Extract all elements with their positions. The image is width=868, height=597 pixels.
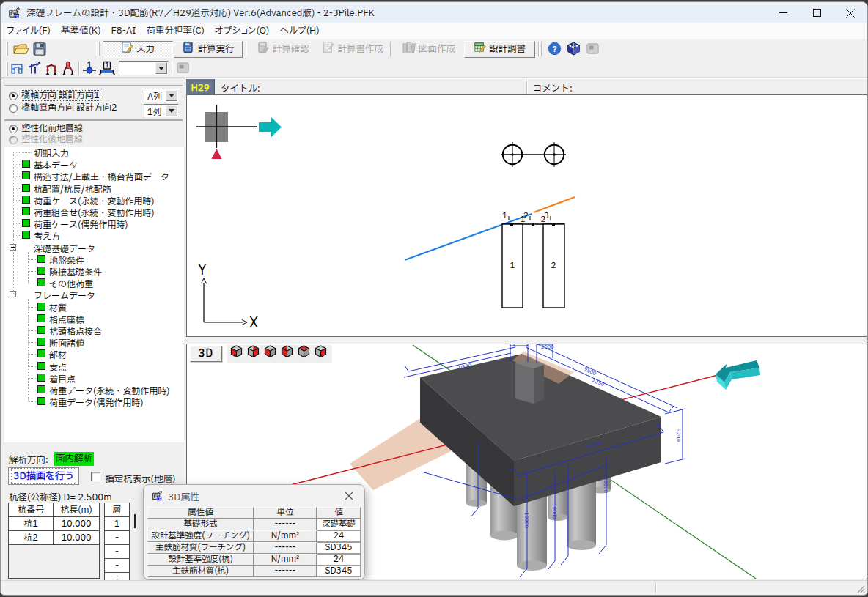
layer-table-row[interactable]: - xyxy=(105,545,130,559)
attr-header-value: 値 xyxy=(317,507,361,519)
dialog-title: 3D属性 xyxy=(168,490,199,505)
toolbar-separator xyxy=(541,42,542,56)
tree-status-icon xyxy=(22,219,30,227)
button-label: 設計調書 xyxy=(489,42,526,56)
dim-footing-thickness: 3200 xyxy=(674,429,682,442)
tree-status-icon xyxy=(37,385,45,393)
window-title: 深礎フレームの設計・3D配筋(R7／H29道示対応) Ver.6(Advance… xyxy=(26,7,375,21)
tree-status-icon xyxy=(22,196,30,204)
combo-arrow-icon[interactable] xyxy=(166,105,177,116)
menu-item[interactable]: F8-AI xyxy=(107,23,141,40)
pier-symbol xyxy=(196,105,282,159)
tree-status-icon xyxy=(37,314,45,322)
toolbar-separator xyxy=(172,62,173,75)
col-select-value: 1列 xyxy=(147,105,162,119)
toolbar-grip[interactable] xyxy=(4,42,7,56)
layer-table-row[interactable]: - xyxy=(105,531,130,545)
statusbar-separator xyxy=(655,583,657,593)
resize-grip[interactable] xyxy=(856,585,865,593)
load-arrow-2d xyxy=(259,117,282,137)
column-3d xyxy=(515,360,544,404)
radio-soil-before[interactable] xyxy=(9,125,18,133)
help-icon[interactable]: ? xyxy=(548,42,564,56)
calculator-icon xyxy=(182,41,194,58)
pile-table-row[interactable]: 杭210.000 xyxy=(9,531,100,545)
combo-arrow-icon[interactable] xyxy=(166,90,177,101)
pier-frame-icon-2[interactable] xyxy=(27,61,43,75)
member-number-2: 2 xyxy=(541,213,546,226)
tree-status-icon xyxy=(37,374,45,382)
view-select-combo[interactable] xyxy=(119,61,169,75)
pile-display-checkbox[interactable] xyxy=(91,472,100,481)
pane-divider[interactable] xyxy=(186,338,867,344)
view3d-mode-button[interactable]: 3D xyxy=(190,346,222,362)
close-button[interactable] xyxy=(834,2,867,23)
row-select-combo[interactable]: A列 xyxy=(144,89,179,103)
radio-direction-1[interactable] xyxy=(9,92,18,100)
cube-view-right-icon[interactable] xyxy=(247,345,260,363)
layer-table-row[interactable]: 1 xyxy=(105,517,130,531)
axis-indicator-2d: Y X xyxy=(198,260,258,333)
app-icon: F8 xyxy=(7,6,21,20)
button-label: 入力 xyxy=(136,42,155,56)
combo-arrow-icon[interactable] xyxy=(155,62,167,74)
pile-table-row[interactable]: 杭110.000 xyxy=(9,517,100,531)
calc-run-button[interactable]: 計算実行 xyxy=(174,41,243,58)
menu-item[interactable]: ファイル(F) xyxy=(2,23,55,40)
cube-view-bottom-icon[interactable] xyxy=(315,345,327,363)
menu-item[interactable]: ヘルプ(H) xyxy=(275,23,323,40)
col-select-combo[interactable]: 1列 xyxy=(144,104,179,118)
open-file-icon[interactable] xyxy=(12,42,29,56)
tree-status-icon xyxy=(22,207,30,215)
maximize-button[interactable] xyxy=(800,2,834,23)
toolbar-grip[interactable] xyxy=(96,42,100,56)
toolbar-separator xyxy=(246,42,247,56)
toolbar-separator xyxy=(390,42,391,56)
member-icon[interactable]: 1 xyxy=(98,61,116,75)
button-label: 計算確認 xyxy=(272,42,309,56)
pile-table: 杭番号 杭長(m) 杭110.000 杭210.000 xyxy=(8,503,100,545)
toolbar-grip[interactable] xyxy=(4,62,7,76)
view3d-cube-toolbar xyxy=(227,345,332,363)
cube-view-back-icon[interactable] xyxy=(281,345,293,363)
svg-text:F8: F8 xyxy=(14,13,19,19)
cube-view-front-icon[interactable] xyxy=(264,345,276,363)
radio-direction-1-label[interactable]: 橋軸方向 設計方向1 xyxy=(21,91,100,100)
drawing-2d: 1 2 3 1 2 1 2 Y X xyxy=(187,95,867,335)
toolbar-separator xyxy=(78,62,80,75)
minimize-button[interactable] xyxy=(766,2,800,23)
analysis-direction-label: 解析方向: xyxy=(9,453,48,467)
view2d-canvas[interactable]: 1 2 3 1 2 1 2 Y X xyxy=(186,94,867,337)
cube-view-top-icon[interactable] xyxy=(298,345,310,363)
header-separator xyxy=(526,81,528,95)
radio-direction-2[interactable] xyxy=(9,104,18,113)
pile-plan-symbols xyxy=(501,142,566,167)
menu-item[interactable]: オプション(O) xyxy=(210,23,273,40)
calc-check-icon xyxy=(257,41,269,58)
support-icon[interactable]: 1 xyxy=(81,61,98,75)
menu-item[interactable]: 荷重分担率(C) xyxy=(142,23,209,40)
attribute-row: 主鉄筋材質(フーチング) ------ SD345 xyxy=(147,542,361,554)
design-sheet-button[interactable]: 設計調書 xyxy=(464,41,535,58)
a-frame-icon[interactable] xyxy=(61,61,77,75)
draw-3d-button[interactable]: 3D描画を行う xyxy=(8,467,79,485)
menu-item[interactable]: 基準値(K) xyxy=(56,23,106,40)
load-arrow-3d xyxy=(716,360,760,390)
f8-3d-icon[interactable]: F8 xyxy=(567,42,583,56)
frame-nodes-icon[interactable] xyxy=(44,61,60,75)
drawing-create-button: 図面作成 xyxy=(394,41,463,58)
cube-view-left-icon[interactable] xyxy=(230,345,243,363)
dialog-close-icon[interactable] xyxy=(342,489,356,503)
pier-frame-icon-1[interactable] xyxy=(10,61,26,75)
input-mode-button[interactable]: 入力 xyxy=(103,41,173,58)
pile-table-header-no: 杭番号 xyxy=(9,503,54,517)
attribute-row: 基礎形式 ------ 深礎基礎 xyxy=(147,519,361,530)
document-icon xyxy=(322,41,334,58)
title-bar: F8 深礎フレームの設計・3D配筋(R7／H29道示対応) Ver.6(Adva… xyxy=(1,2,867,23)
layer-table-row[interactable]: - xyxy=(105,559,130,573)
save-file-icon[interactable] xyxy=(32,42,48,56)
radio-direction-2-label[interactable]: 橋軸直角方向 設計方向2 xyxy=(21,103,117,113)
attr-header-unit: 単位 xyxy=(254,507,317,519)
svg-text:F8: F8 xyxy=(571,42,577,50)
ground-line-orange xyxy=(534,197,575,212)
